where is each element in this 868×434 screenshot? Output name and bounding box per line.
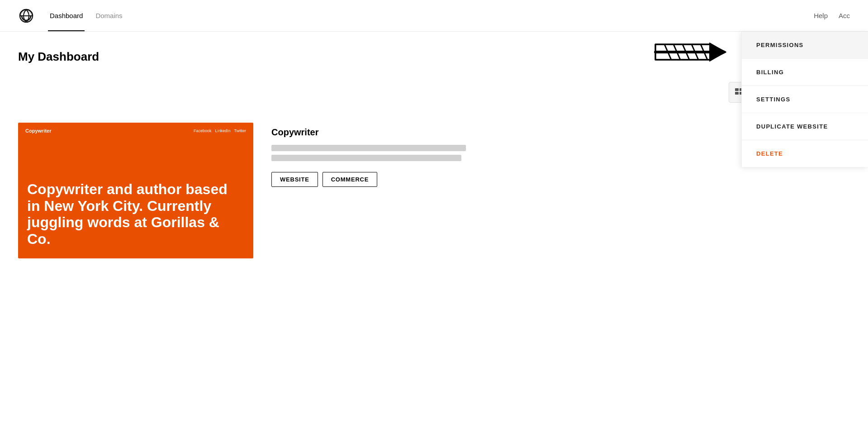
help-link[interactable]: Help [814, 12, 828, 19]
nav-domains[interactable]: Domains [94, 0, 124, 31]
thumbnail-hero: Copywriter and author based in New York … [18, 170, 253, 258]
nav-dashboard[interactable]: Dashboard [48, 0, 85, 31]
page-title: My Dashboard [18, 50, 850, 64]
site-tags: WEBSITE COMMERCE [271, 172, 850, 187]
site-card: Copywriter Facebook LinkedIn Twitter Cop… [18, 114, 850, 267]
svg-rect-3 [735, 92, 739, 95]
dropdown-billing[interactable]: BILLING [742, 59, 868, 86]
tag-website[interactable]: WEBSITE [271, 172, 318, 187]
tag-commerce[interactable]: COMMERCE [323, 172, 378, 187]
thumbnail-link-linkedin: LinkedIn [215, 129, 230, 133]
thumbnail-logo: Copywriter [25, 128, 51, 134]
thumbnail-link-facebook: Facebook [194, 129, 212, 133]
thumbnail-links: Facebook LinkedIn Twitter [194, 129, 246, 133]
svg-rect-1 [735, 88, 739, 91]
desc-line-2 [271, 155, 461, 161]
header: Dashboard Domains Help Acc [0, 0, 868, 32]
toolbar [18, 82, 850, 103]
dropdown-settings[interactable]: SETTINGS [742, 86, 868, 113]
dropdown-duplicate-website[interactable]: DUPLICATE WEBSITE [742, 113, 868, 140]
logo[interactable] [18, 8, 34, 24]
dropdown-delete[interactable]: DELETE [742, 140, 868, 167]
main-content: My Dashboard [0, 32, 868, 286]
thumbnail-link-twitter: Twitter [234, 129, 246, 133]
header-right: Help Acc [814, 12, 850, 19]
dropdown-menu: PERMISSIONS BILLING SETTINGS DUPLICATE W… [741, 32, 868, 167]
main-nav: Dashboard Domains [48, 0, 133, 31]
account-link[interactable]: Acc [839, 12, 850, 19]
site-thumbnail[interactable]: Copywriter Facebook LinkedIn Twitter Cop… [18, 123, 253, 258]
desc-line-1 [271, 145, 466, 151]
dropdown-permissions[interactable]: PERMISSIONS [742, 32, 868, 59]
thumbnail-header: Copywriter Facebook LinkedIn Twitter [18, 123, 253, 139]
